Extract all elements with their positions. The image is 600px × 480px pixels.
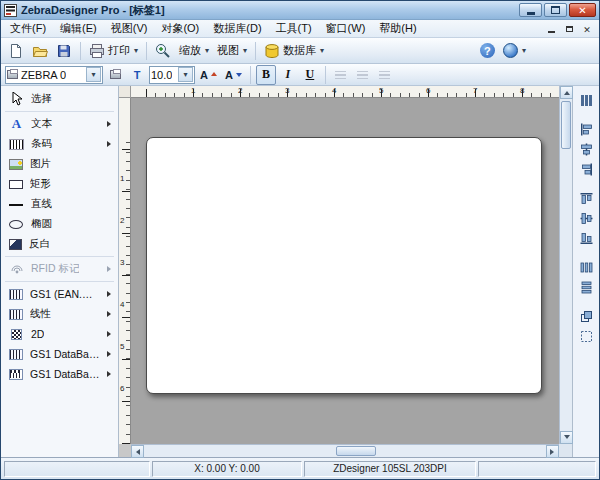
- menu-help[interactable]: 帮助(H): [372, 19, 423, 38]
- font-size-value: 10.0: [151, 69, 172, 81]
- print-button[interactable]: 打印: [86, 41, 141, 61]
- tool-barcode[interactable]: 条码: [1, 134, 118, 154]
- italic-button[interactable]: I: [278, 65, 298, 85]
- save-button[interactable]: [53, 41, 75, 61]
- new-document-icon: [8, 43, 24, 59]
- tool-gs1-databar-composite[interactable]: GS1 DataBar Composite: [1, 364, 118, 384]
- align-middle-vertical-button[interactable]: [577, 210, 596, 227]
- tool-gs1-databar-linear[interactable]: GS1 DataBar Linear: [1, 344, 118, 364]
- titlebar[interactable]: ZebraDesigner Pro - [标签1]: [1, 1, 599, 20]
- mdi-restore-button[interactable]: [563, 23, 575, 34]
- scroll-down-button[interactable]: [560, 431, 573, 444]
- distribute-horizontal-button[interactable]: [577, 259, 596, 276]
- database-button[interactable]: 数据库: [261, 41, 327, 61]
- view-dropdown[interactable]: 视图: [214, 41, 250, 61]
- toolbox-sidebar: 选择 文本 条码 图片 矩形 直线: [1, 86, 119, 457]
- font-name-dropdown-icon[interactable]: [86, 67, 101, 82]
- 2d-barcode-icon: [11, 329, 22, 340]
- open-button[interactable]: [29, 41, 51, 61]
- align-text-right-button[interactable]: [375, 65, 395, 85]
- selection-frame-button[interactable]: [577, 328, 596, 345]
- format-toolbar: ZEBRA 0 10.0 B I U: [1, 64, 599, 86]
- zoom-dropdown[interactable]: 缩放: [176, 41, 212, 61]
- linear-barcode-icon: [9, 309, 23, 320]
- label-design-surface[interactable]: [146, 137, 542, 394]
- tool-gs1-ean-ucc[interactable]: GS1 (EAN.UCC): [1, 284, 118, 304]
- scroll-left-button[interactable]: [131, 445, 144, 458]
- scroll-up-button[interactable]: [560, 86, 573, 99]
- tool-linear[interactable]: 线性: [1, 304, 118, 324]
- underline-button[interactable]: U: [300, 65, 320, 85]
- decrease-font-size-button[interactable]: [222, 65, 245, 85]
- sidebar-separator: [5, 256, 114, 257]
- align-left-icon: [580, 123, 593, 136]
- ruler-corner: [119, 86, 131, 98]
- bold-button[interactable]: B: [256, 65, 276, 85]
- show-truetype-fonts-button[interactable]: [127, 65, 147, 85]
- horizontal-scroll-thumb[interactable]: [336, 446, 376, 456]
- increase-font-size-button[interactable]: [197, 65, 220, 85]
- rfid-tool-icon: [9, 263, 24, 276]
- vertical-scrollbar[interactable]: [559, 86, 572, 444]
- font-size-combo[interactable]: 10.0: [149, 66, 195, 84]
- zoom-in-button[interactable]: [152, 41, 174, 61]
- align-right-icon: [580, 163, 593, 176]
- mdi-minimize-button[interactable]: [545, 23, 557, 34]
- align-top-button[interactable]: [577, 190, 596, 207]
- font-name-combo[interactable]: ZEBRA 0: [5, 66, 103, 84]
- mdi-close-button[interactable]: [581, 23, 593, 34]
- tool-rfid[interactable]: RFID 标记: [1, 259, 118, 279]
- distribute-vertical-button[interactable]: [577, 279, 596, 296]
- menu-edit[interactable]: 编辑(E): [53, 19, 104, 38]
- menu-file[interactable]: 文件(F): [3, 19, 53, 38]
- tool-line[interactable]: 直线: [1, 194, 118, 214]
- ellipse-tool-icon: [9, 218, 24, 231]
- maximize-button[interactable]: [544, 3, 567, 17]
- scroll-right-button[interactable]: [546, 445, 559, 458]
- alignment-toolbar: [572, 86, 599, 457]
- toolbar-separator: [80, 42, 81, 60]
- globe-icon: [503, 43, 518, 58]
- arrow-up-icon: [211, 69, 217, 76]
- new-document-button[interactable]: [5, 41, 27, 61]
- maximize-icon: [551, 6, 560, 14]
- align-text-center-button[interactable]: [353, 65, 373, 85]
- vertical-scroll-thumb[interactable]: [561, 101, 571, 149]
- tool-rectangle[interactable]: 矩形: [1, 174, 118, 194]
- tool-ellipse[interactable]: 椭圆: [1, 214, 118, 234]
- toolbox-columns-button[interactable]: [577, 92, 596, 109]
- align-text-right-icon: [379, 70, 390, 79]
- menu-object[interactable]: 对象(O): [154, 19, 206, 38]
- truetype-fonts-icon: [134, 69, 141, 81]
- align-center-horizontal-button[interactable]: [577, 141, 596, 158]
- horizontal-scrollbar[interactable]: [131, 444, 559, 457]
- menu-tools[interactable]: 工具(T): [269, 19, 319, 38]
- tool-picture[interactable]: 图片: [1, 154, 118, 174]
- tool-inverse[interactable]: 反白: [1, 234, 118, 254]
- close-button[interactable]: [569, 3, 596, 17]
- database-icon: [264, 43, 280, 59]
- align-right-button[interactable]: [577, 161, 596, 178]
- align-top-icon: [580, 192, 593, 205]
- show-printer-fonts-button[interactable]: [105, 65, 125, 85]
- make-same-size-button[interactable]: [577, 308, 596, 325]
- menu-database[interactable]: 数据库(D): [206, 19, 268, 38]
- align-left-button[interactable]: [577, 121, 596, 138]
- app-icon: [4, 4, 17, 17]
- tool-select[interactable]: 选择: [1, 89, 118, 109]
- tool-2d[interactable]: 2D: [1, 324, 118, 344]
- align-text-left-button[interactable]: [331, 65, 351, 85]
- help-button[interactable]: [477, 41, 498, 61]
- canvas-background[interactable]: [131, 98, 559, 444]
- menubar: 文件(F) 编辑(E) 视图(V) 对象(O) 数据库(D) 工具(T) 窗口(…: [1, 20, 599, 38]
- picture-tool-icon: [9, 159, 23, 170]
- menu-window[interactable]: 窗口(W): [319, 19, 373, 38]
- tool-text[interactable]: 文本: [1, 114, 118, 134]
- align-bottom-button[interactable]: [577, 230, 596, 247]
- window-controls: [519, 3, 596, 17]
- menu-view[interactable]: 视图(V): [104, 19, 155, 38]
- web-button[interactable]: [500, 41, 529, 61]
- minimize-button[interactable]: [519, 3, 542, 17]
- scrollbar-corner: [559, 444, 572, 457]
- font-size-dropdown-icon[interactable]: [178, 67, 193, 82]
